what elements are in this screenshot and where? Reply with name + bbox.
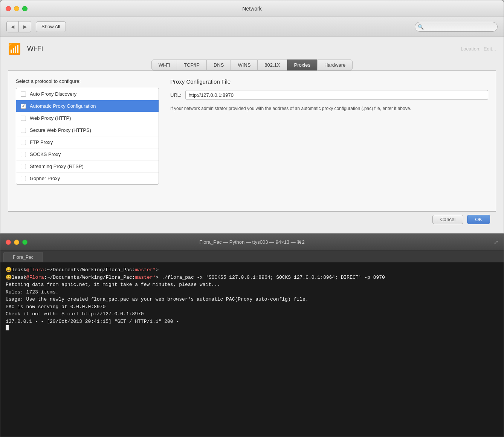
content-area: 📶 Wi-Fi Location: Edit... Wi-Fi TCP/IP D…: [0, 37, 504, 233]
protocol-label-socks-proxy: SOCKS Proxy: [30, 151, 61, 157]
terminal-line-4: Rules: 1723 items.: [6, 289, 498, 296]
terminal-tab-flora-pac[interactable]: Flora_Pac: [3, 252, 43, 262]
checkbox-secure-web[interactable]: [21, 128, 26, 133]
forward-button[interactable]: ▶: [19, 21, 31, 32]
nav-buttons: ◀ ▶: [6, 21, 31, 32]
protocol-label-gopher: Gopher Proxy: [30, 176, 60, 181]
checkbox-gopher[interactable]: [21, 176, 26, 181]
protocol-label-secure-web: Secure Web Proxy (HTTPS): [30, 127, 91, 133]
terminal-close-button[interactable]: [6, 240, 11, 245]
network-header: 📶 Wi-Fi Location: Edit...: [8, 43, 496, 55]
network-window: Network ◀ ▶ Show All 🔍 📶 Wi-Fi Location:…: [0, 0, 504, 234]
location-area: Location: Edit...: [461, 46, 496, 52]
terminal-line-1: 😀 leask @Flora :~/Documents/Working/Flor…: [6, 266, 498, 274]
emoji-2: 😀: [6, 274, 12, 281]
protocol-auto-discovery[interactable]: Auto Proxy Discovery: [16, 88, 159, 100]
bottom-bar: Cancel OK: [8, 211, 496, 227]
protocol-socks-proxy[interactable]: SOCKS Proxy: [16, 148, 159, 160]
cursor: [6, 325, 9, 330]
terminal-line-3: Fetching data from apnic.net, it might t…: [6, 281, 498, 289]
location-label: Location:: [461, 46, 481, 52]
search-box: 🔍: [415, 22, 498, 32]
checkbox-auto-discovery[interactable]: [21, 92, 26, 97]
protocol-section: Select a protocol to configure: Auto Pro…: [16, 78, 159, 203]
tab-8021x[interactable]: 802.1X: [257, 60, 287, 70]
wifi-title: Wi-Fi: [27, 45, 43, 53]
url-row: URL:: [170, 90, 488, 100]
tab-tcpip[interactable]: TCP/IP: [177, 60, 206, 70]
emoji-1: 😀: [6, 266, 12, 274]
window-title: Network: [242, 6, 261, 12]
proxy-config: Proxy Configuration File URL: If your ne…: [170, 78, 488, 203]
protocol-label-auto-discovery: Auto Proxy Discovery: [30, 91, 76, 97]
search-icon: 🔍: [418, 24, 424, 29]
protocol-list: Auto Proxy Discovery ✓ Automatic Proxy C…: [16, 88, 159, 185]
back-button[interactable]: ◀: [7, 21, 19, 32]
checkbox-ftp-proxy[interactable]: [21, 140, 26, 145]
tab-wifi[interactable]: Wi-Fi: [151, 60, 177, 70]
terminal-line-8: 127.0.0.1 - - [20/Oct/2013 20:41:15] "GE…: [6, 318, 498, 325]
terminal-titlebar: Flora_Pac — Python — ttys003 — 94×13 — ⌘…: [0, 234, 504, 251]
tab-proxies[interactable]: Proxies: [287, 60, 317, 70]
protocol-ftp-proxy[interactable]: FTP Proxy: [16, 136, 159, 148]
show-all-button[interactable]: Show All: [36, 21, 66, 32]
toolbar: ◀ ▶ Show All 🔍: [0, 17, 504, 37]
terminal-maximize-button[interactable]: [22, 240, 27, 245]
protocol-label-ftp-proxy: FTP Proxy: [30, 139, 53, 145]
protocol-streaming[interactable]: Streaming Proxy (RTSP): [16, 160, 159, 173]
config-description: If your network administrator provided y…: [170, 105, 488, 112]
wifi-icon: 📶: [8, 43, 21, 55]
checkbox-socks-proxy[interactable]: [21, 152, 26, 157]
title-bar: Network: [0, 0, 504, 17]
terminal-line-7: Check it out with: $ curl http://127.0.0…: [6, 310, 498, 318]
terminal-title: Flora_Pac — Python — ttys003 — 94×13 — ⌘…: [199, 239, 304, 245]
protocol-auto-config[interactable]: ✓ Automatic Proxy Configuration: [16, 100, 159, 112]
protocol-gopher[interactable]: Gopher Proxy: [16, 173, 159, 184]
url-input[interactable]: [185, 90, 488, 100]
window-controls: [6, 6, 27, 11]
checkbox-auto-config[interactable]: ✓: [21, 104, 26, 109]
protocol-label-auto-config: Automatic Proxy Configuration: [30, 103, 96, 109]
checkmark-auto-config: ✓: [22, 104, 25, 108]
cancel-button[interactable]: Cancel: [432, 215, 463, 224]
terminal-line-5: Usage: Use the newly created flora_pac.p…: [6, 296, 498, 303]
terminal-window: Flora_Pac — Python — ttys003 — 94×13 — ⌘…: [0, 234, 504, 437]
config-title: Proxy Configuration File: [170, 78, 488, 85]
section-label: Select a protocol to configure:: [16, 78, 159, 84]
ok-button[interactable]: OK: [467, 215, 490, 224]
protocol-web-proxy[interactable]: Web Proxy (HTTP): [16, 112, 159, 124]
tab-wins[interactable]: WINS: [231, 60, 257, 70]
terminal-content[interactable]: 😀 leask @Flora :~/Documents/Working/Flor…: [0, 263, 504, 437]
close-button[interactable]: [6, 6, 11, 11]
terminal-controls: [6, 240, 27, 245]
tabs-bar: Wi-Fi TCP/IP DNS WINS 802.1X Proxies Har…: [8, 60, 496, 70]
protocol-secure-web[interactable]: Secure Web Proxy (HTTPS): [16, 124, 159, 136]
checkbox-web-proxy[interactable]: [21, 116, 26, 121]
maximize-button[interactable]: [22, 6, 27, 11]
location-value: Edit...: [484, 46, 496, 52]
minimize-button[interactable]: [14, 6, 19, 11]
tab-hardware[interactable]: Hardware: [317, 60, 353, 70]
terminal-minimize-button[interactable]: [14, 240, 19, 245]
protocol-label-streaming: Streaming Proxy (RTSP): [30, 163, 84, 169]
expand-icon[interactable]: ⤢: [494, 239, 498, 245]
terminal-line-6: PAC is now serving at 0.0.0.0:8970: [6, 303, 498, 311]
main-panel: Select a protocol to configure: Auto Pro…: [8, 70, 496, 211]
terminal-line-2: 😀 leask @Flora :~/Documents/Working/Flor…: [6, 274, 498, 281]
search-input[interactable]: [415, 22, 498, 32]
protocol-label-web-proxy: Web Proxy (HTTP): [30, 115, 71, 121]
terminal-line-9: [6, 325, 498, 330]
checkbox-streaming[interactable]: [21, 164, 26, 169]
url-label: URL:: [170, 92, 182, 98]
tab-dns[interactable]: DNS: [206, 60, 231, 70]
terminal-tabs: Flora_Pac: [0, 251, 504, 263]
